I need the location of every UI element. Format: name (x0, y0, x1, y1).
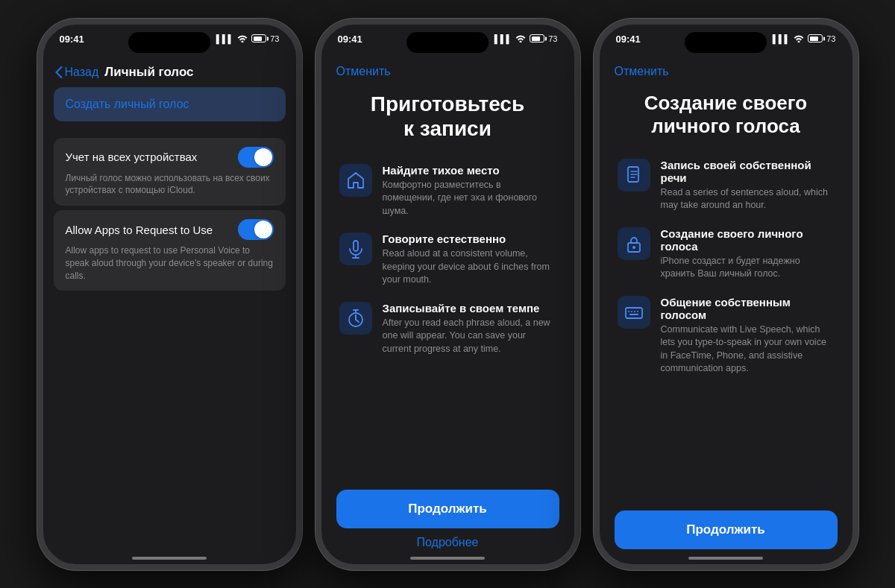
cancel-button-3[interactable]: Отменить (615, 65, 669, 78)
list-item: Общение собственным голосом Communicate … (618, 296, 835, 376)
status-bar-1: 09:41 ▌▌▌ 73 (43, 25, 296, 62)
svg-line-5 (356, 320, 359, 322)
wifi-icon-3 (794, 34, 804, 44)
mic-icon (339, 233, 372, 265)
continue-button-3[interactable]: Продолжить (615, 510, 838, 549)
screen-1: Назад Личный голос Создать личный голос … (43, 62, 296, 564)
keyboard-icon (618, 296, 650, 329)
status-icons-1: ▌▌▌ 73 (216, 34, 280, 44)
main-title-text-2: Приготовьтесь к записи (371, 92, 524, 141)
wifi-icon-1 (237, 34, 248, 44)
content-2: Приготовьтесь к записи Найдите тихое мес… (321, 84, 574, 478)
document-icon (618, 159, 650, 192)
nav-bar-1: Назад Личный голос (43, 62, 296, 87)
item-desc-4: Read a series of sentences aloud, which … (661, 186, 835, 212)
feature-list-2: Найдите тихое место Комфортно разместите… (339, 164, 556, 478)
battery-icon-3 (808, 34, 823, 42)
svg-rect-14 (626, 308, 642, 318)
feature-list-3: Запись своей собственной речи Read a ser… (618, 159, 835, 499)
status-icons-3: ▌▌▌ 73 (773, 34, 836, 44)
phone-2: 09:41 ▌▌▌ 73 Отменить Приготовьтесь к за… (315, 19, 580, 570)
back-button[interactable]: Назад (55, 66, 99, 79)
battery-percent-1: 73 (270, 34, 279, 43)
sync-setting-block: Учет на всех устройствах Личный голос мо… (54, 138, 286, 206)
item-title-1: Найдите тихое место (383, 164, 556, 177)
battery-icon-2 (530, 34, 544, 42)
apps-setting-desc: Allow apps to request to use Personal Vo… (66, 244, 274, 282)
content-1: Создать личный голос Учет на всех устрой… (43, 87, 296, 564)
list-item: Записывайте в своем темпе After you read… (339, 302, 556, 356)
home-indicator-2 (410, 557, 485, 560)
page-title-1: Личный голос (104, 65, 193, 80)
cancel-header-3: Отменить (600, 62, 852, 84)
phone-3: 09:41 ▌▌▌ 73 Отменить Создание своего ли… (594, 19, 858, 570)
signal-icon-1: ▌▌▌ (216, 34, 233, 43)
apps-toggle[interactable] (238, 219, 274, 240)
item-text-5: Создание своего личного голоса iPhone со… (661, 227, 835, 281)
home-icon (339, 164, 372, 197)
more-link-2[interactable]: Подробнее (417, 536, 479, 549)
item-title-5: Создание своего личного голоса (661, 227, 835, 253)
item-desc-3: After you read each phrase aloud, a new … (383, 317, 556, 356)
content-3: Создание своего личного голоса Запись св… (600, 84, 852, 499)
list-item: Говорите естественно Read aloud at a con… (339, 233, 556, 287)
back-label: Назад (65, 66, 99, 79)
screen-2: Отменить Приготовьтесь к записи Найдите … (321, 62, 574, 564)
status-icons-2: ▌▌▌ 73 (494, 34, 558, 44)
status-time-2: 09:41 (338, 34, 362, 45)
status-bar-2: 09:41 ▌▌▌ 73 (321, 25, 574, 62)
status-time-3: 09:41 (616, 34, 641, 45)
item-title-4: Запись своей собственной речи (661, 159, 835, 184)
item-desc-6: Communicate with Live Speech, which lets… (661, 323, 835, 376)
continue-button-2[interactable]: Продолжить (336, 490, 559, 528)
item-text-6: Общение собственным голосом Communicate … (661, 296, 835, 376)
signal-icon-3: ▌▌▌ (773, 34, 790, 43)
list-item: Запись своей собственной речи Read a ser… (618, 159, 835, 212)
list-item: Создание своего личного голоса iPhone со… (618, 227, 835, 281)
create-voice-button[interactable]: Создать личный голос (54, 87, 286, 121)
sync-setting-row: Учет на всех устройствах (66, 147, 274, 168)
item-desc-5: iPhone создаст и будет надежно хранить В… (661, 255, 835, 281)
svg-point-13 (632, 246, 635, 249)
item-desc-2: Read aloud at a consistent volume, keepi… (383, 247, 556, 287)
status-bar-3: 09:41 ▌▌▌ 73 (600, 25, 852, 62)
signal-icon-2: ▌▌▌ (494, 34, 512, 43)
timer-icon (339, 302, 372, 335)
item-title-6: Общение собственным голосом (661, 296, 835, 321)
item-title-2: Говорите естественно (383, 233, 556, 245)
status-time-1: 09:41 (60, 34, 84, 45)
cancel-button-2[interactable]: Отменить (336, 65, 391, 78)
battery-percent-3: 73 (826, 34, 835, 43)
footer-3: Продолжить (600, 499, 852, 564)
item-text-1: Найдите тихое место Комфортно разместите… (383, 164, 556, 218)
main-title-2: Приготовьтесь к записи (339, 92, 556, 142)
sync-toggle[interactable] (238, 147, 274, 168)
screen-3: Отменить Создание своего личного голоса (600, 62, 852, 564)
battery-icon-1 (251, 34, 266, 42)
sync-setting-desc: Личный голос можно использовать на всех … (66, 172, 274, 197)
item-title-3: Записывайте в своем темпе (383, 302, 556, 314)
apps-setting-label: Allow Apps to Request to Use (66, 224, 213, 236)
apps-setting-block: Allow Apps to Request to Use Allow apps … (54, 210, 286, 291)
battery-percent-2: 73 (548, 34, 557, 43)
wifi-icon-2 (515, 34, 526, 44)
item-text-3: Записывайте в своем темпе After you read… (383, 302, 556, 356)
cancel-header-2: Отменить (321, 62, 574, 84)
item-text-2: Говорите естественно Read aloud at a con… (383, 233, 556, 287)
home-indicator-1 (132, 557, 207, 560)
main-title-3: Создание своего личного голоса (618, 92, 835, 138)
apps-setting-row: Allow Apps to Request to Use (66, 219, 274, 240)
home-indicator-3 (688, 557, 763, 560)
sync-setting-label: Учет на всех устройствах (66, 151, 198, 163)
item-desc-1: Комфортно разместитесь в помещении, где … (383, 179, 556, 218)
phone-1: 09:41 ▌▌▌ 73 Назад Личный голос Создать (37, 19, 302, 570)
svg-rect-0 (354, 241, 358, 251)
footer-2: Продолжить Подробнее (321, 478, 574, 564)
create-voice-label: Создать личный голос (66, 98, 189, 110)
list-item: Найдите тихое место Комфортно разместите… (339, 164, 556, 218)
item-text-4: Запись своей собственной речи Read a ser… (661, 159, 835, 212)
main-title-text-3: Создание своего личного голоса (644, 92, 807, 137)
lock-icon (618, 227, 650, 260)
